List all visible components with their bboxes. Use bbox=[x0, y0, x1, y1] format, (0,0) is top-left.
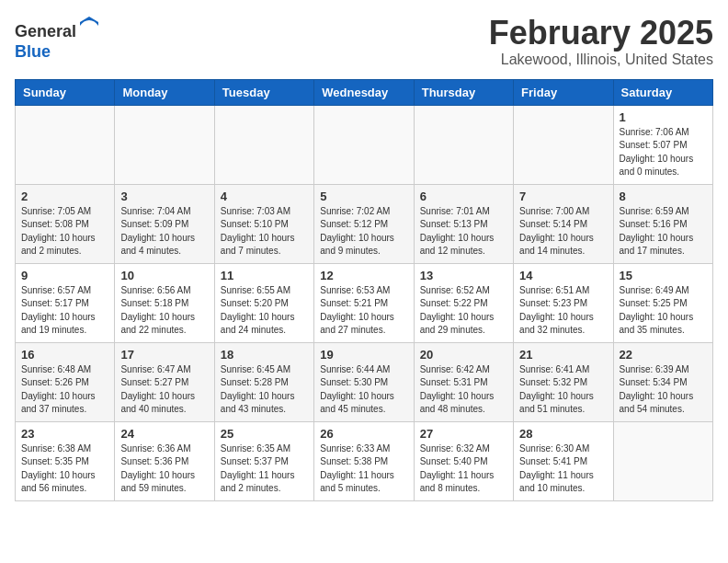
day-info: Sunrise: 6:39 AMSunset: 5:34 PMDaylight:… bbox=[620, 363, 707, 417]
calendar-day-cell bbox=[514, 105, 613, 184]
calendar-day-cell: 11Sunrise: 6:55 AMSunset: 5:20 PMDayligh… bbox=[214, 263, 313, 342]
calendar-day-cell: 26Sunrise: 6:33 AMSunset: 5:38 PMDayligh… bbox=[314, 421, 414, 500]
calendar-day-cell: 13Sunrise: 6:52 AMSunset: 5:22 PMDayligh… bbox=[414, 263, 513, 342]
weekday-header-monday: Monday bbox=[115, 79, 214, 105]
calendar-day-cell: 25Sunrise: 6:35 AMSunset: 5:37 PMDayligh… bbox=[214, 421, 313, 500]
day-info: Sunrise: 6:53 AMSunset: 5:21 PMDaylight:… bbox=[320, 284, 407, 338]
calendar-day-cell: 10Sunrise: 6:56 AMSunset: 5:18 PMDayligh… bbox=[115, 263, 214, 342]
calendar-day-cell: 6Sunrise: 7:01 AMSunset: 5:13 PMDaylight… bbox=[414, 184, 513, 263]
day-info: Sunrise: 6:32 AMSunset: 5:40 PMDaylight:… bbox=[420, 442, 507, 496]
day-number: 13 bbox=[420, 269, 507, 282]
calendar-day-cell bbox=[414, 105, 513, 184]
day-number: 3 bbox=[120, 190, 208, 203]
calendar-day-cell: 2Sunrise: 7:05 AMSunset: 5:08 PMDaylight… bbox=[16, 184, 115, 263]
month-title: February 2025 bbox=[489, 15, 713, 52]
day-info: Sunrise: 7:00 AMSunset: 5:14 PMDaylight:… bbox=[519, 205, 607, 259]
day-info: Sunrise: 6:57 AMSunset: 5:17 PMDaylight:… bbox=[21, 284, 108, 338]
day-number: 4 bbox=[221, 190, 308, 203]
title-block: February 2025 Lakewood, Illinois, United… bbox=[489, 15, 713, 68]
calendar-week-row: 9Sunrise: 6:57 AMSunset: 5:17 PMDaylight… bbox=[16, 263, 713, 342]
calendar-week-row: 16Sunrise: 6:48 AMSunset: 5:26 PMDayligh… bbox=[16, 342, 713, 421]
day-number: 27 bbox=[420, 427, 507, 441]
calendar-day-cell: 17Sunrise: 6:47 AMSunset: 5:27 PMDayligh… bbox=[115, 342, 214, 421]
day-number: 24 bbox=[120, 427, 208, 441]
day-info: Sunrise: 7:01 AMSunset: 5:13 PMDaylight:… bbox=[420, 205, 507, 259]
day-info: Sunrise: 6:42 AMSunset: 5:31 PMDaylight:… bbox=[420, 363, 507, 417]
calendar-day-cell: 27Sunrise: 6:32 AMSunset: 5:40 PMDayligh… bbox=[414, 421, 513, 500]
day-number: 15 bbox=[620, 269, 707, 282]
day-info: Sunrise: 7:05 AMSunset: 5:08 PMDaylight:… bbox=[21, 205, 108, 259]
weekday-header-row: SundayMondayTuesdayWednesdayThursdayFrid… bbox=[16, 79, 713, 105]
day-number: 25 bbox=[221, 427, 308, 441]
calendar-day-cell: 16Sunrise: 6:48 AMSunset: 5:26 PMDayligh… bbox=[16, 342, 115, 421]
day-number: 18 bbox=[221, 348, 308, 362]
day-info: Sunrise: 6:55 AMSunset: 5:20 PMDaylight:… bbox=[221, 284, 308, 338]
day-number: 2 bbox=[21, 190, 108, 203]
weekday-header-wednesday: Wednesday bbox=[314, 79, 414, 105]
calendar-day-cell: 18Sunrise: 6:45 AMSunset: 5:28 PMDayligh… bbox=[214, 342, 313, 421]
calendar-week-row: 23Sunrise: 6:38 AMSunset: 5:35 PMDayligh… bbox=[16, 421, 713, 500]
weekday-header-tuesday: Tuesday bbox=[214, 79, 313, 105]
calendar-day-cell: 9Sunrise: 6:57 AMSunset: 5:17 PMDaylight… bbox=[16, 263, 115, 342]
day-number: 19 bbox=[320, 348, 407, 362]
page-header: General Blue February 2025 Lakewood, Ill… bbox=[15, 15, 713, 68]
day-number: 10 bbox=[120, 269, 208, 282]
location-title: Lakewood, Illinois, United States bbox=[489, 52, 713, 68]
day-number: 9 bbox=[21, 269, 108, 282]
day-number: 6 bbox=[420, 190, 507, 203]
day-number: 21 bbox=[519, 348, 607, 362]
day-number: 14 bbox=[519, 269, 607, 282]
day-number: 8 bbox=[620, 190, 707, 203]
day-number: 1 bbox=[620, 110, 707, 124]
day-info: Sunrise: 6:33 AMSunset: 5:38 PMDaylight:… bbox=[320, 442, 407, 496]
logo-general: General bbox=[15, 22, 76, 40]
calendar-table: SundayMondayTuesdayWednesdayThursdayFrid… bbox=[15, 79, 713, 501]
day-number: 28 bbox=[519, 427, 607, 441]
weekday-header-thursday: Thursday bbox=[414, 79, 513, 105]
day-info: Sunrise: 6:47 AMSunset: 5:27 PMDaylight:… bbox=[120, 363, 208, 417]
day-number: 26 bbox=[320, 427, 407, 441]
calendar-day-cell: 12Sunrise: 6:53 AMSunset: 5:21 PMDayligh… bbox=[314, 263, 414, 342]
day-number: 7 bbox=[519, 190, 607, 203]
calendar-day-cell: 20Sunrise: 6:42 AMSunset: 5:31 PMDayligh… bbox=[414, 342, 513, 421]
day-info: Sunrise: 7:06 AMSunset: 5:07 PMDaylight:… bbox=[620, 126, 707, 179]
day-number: 22 bbox=[620, 348, 707, 362]
calendar-day-cell: 4Sunrise: 7:03 AMSunset: 5:10 PMDaylight… bbox=[214, 184, 313, 263]
weekday-header-friday: Friday bbox=[514, 79, 613, 105]
calendar-day-cell: 3Sunrise: 7:04 AMSunset: 5:09 PMDaylight… bbox=[115, 184, 214, 263]
calendar-day-cell bbox=[115, 105, 214, 184]
day-number: 5 bbox=[320, 190, 407, 203]
day-info: Sunrise: 6:30 AMSunset: 5:41 PMDaylight:… bbox=[519, 442, 607, 496]
logo: General Blue bbox=[15, 15, 100, 62]
day-number: 23 bbox=[21, 427, 108, 441]
day-number: 17 bbox=[120, 348, 208, 362]
calendar-day-cell bbox=[214, 105, 313, 184]
day-info: Sunrise: 6:49 AMSunset: 5:25 PMDaylight:… bbox=[620, 284, 707, 338]
calendar-week-row: 2Sunrise: 7:05 AMSunset: 5:08 PMDaylight… bbox=[16, 184, 713, 263]
calendar-day-cell: 5Sunrise: 7:02 AMSunset: 5:12 PMDaylight… bbox=[314, 184, 414, 263]
calendar-day-cell bbox=[314, 105, 414, 184]
calendar-week-row: 1Sunrise: 7:06 AMSunset: 5:07 PMDaylight… bbox=[16, 105, 713, 184]
calendar-day-cell bbox=[16, 105, 115, 184]
day-info: Sunrise: 6:59 AMSunset: 5:16 PMDaylight:… bbox=[620, 205, 707, 259]
calendar-day-cell: 23Sunrise: 6:38 AMSunset: 5:35 PMDayligh… bbox=[16, 421, 115, 500]
weekday-header-saturday: Saturday bbox=[613, 79, 712, 105]
calendar-day-cell: 15Sunrise: 6:49 AMSunset: 5:25 PMDayligh… bbox=[613, 263, 712, 342]
day-info: Sunrise: 6:41 AMSunset: 5:32 PMDaylight:… bbox=[519, 363, 607, 417]
day-info: Sunrise: 6:35 AMSunset: 5:37 PMDaylight:… bbox=[221, 442, 308, 496]
day-info: Sunrise: 6:44 AMSunset: 5:30 PMDaylight:… bbox=[320, 363, 407, 417]
calendar-day-cell: 22Sunrise: 6:39 AMSunset: 5:34 PMDayligh… bbox=[613, 342, 712, 421]
calendar-day-cell: 1Sunrise: 7:06 AMSunset: 5:07 PMDaylight… bbox=[613, 105, 712, 184]
calendar-day-cell: 7Sunrise: 7:00 AMSunset: 5:14 PMDaylight… bbox=[514, 184, 613, 263]
day-number: 11 bbox=[221, 269, 308, 282]
day-info: Sunrise: 7:03 AMSunset: 5:10 PMDaylight:… bbox=[221, 205, 308, 259]
calendar-day-cell: 19Sunrise: 6:44 AMSunset: 5:30 PMDayligh… bbox=[314, 342, 414, 421]
day-info: Sunrise: 6:51 AMSunset: 5:23 PMDaylight:… bbox=[519, 284, 607, 338]
day-number: 20 bbox=[420, 348, 507, 362]
weekday-header-sunday: Sunday bbox=[16, 79, 115, 105]
day-info: Sunrise: 6:56 AMSunset: 5:18 PMDaylight:… bbox=[120, 284, 208, 338]
day-info: Sunrise: 6:38 AMSunset: 5:35 PMDaylight:… bbox=[21, 442, 108, 496]
day-info: Sunrise: 6:45 AMSunset: 5:28 PMDaylight:… bbox=[221, 363, 308, 417]
day-info: Sunrise: 7:04 AMSunset: 5:09 PMDaylight:… bbox=[120, 205, 208, 259]
calendar-day-cell bbox=[613, 421, 712, 500]
